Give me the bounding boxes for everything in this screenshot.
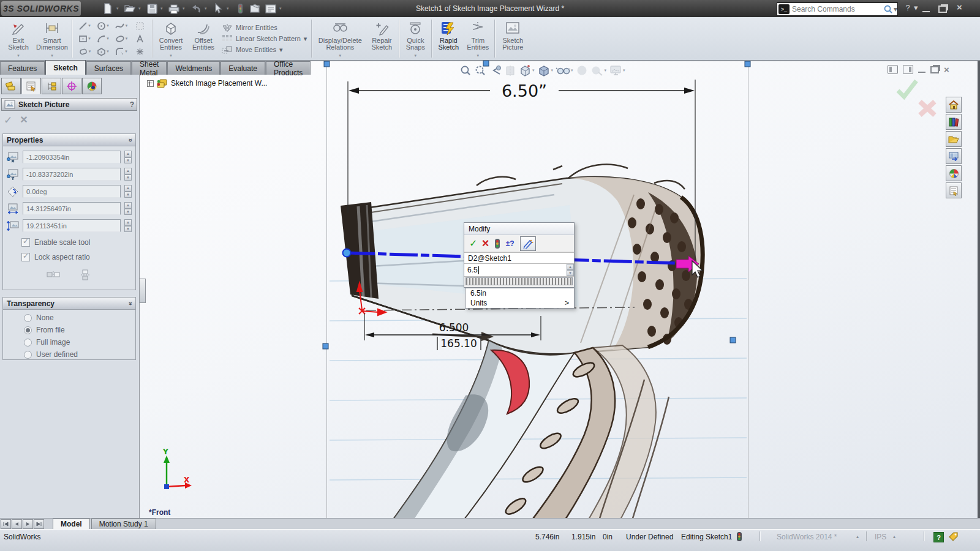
apply-scene-caret-icon[interactable] bbox=[605, 68, 607, 73]
rectangle-caret-icon[interactable] bbox=[88, 36, 91, 41]
position-x-spinner[interactable] bbox=[124, 151, 132, 163]
modify-dimension-name[interactable]: D2@Sketch1 bbox=[464, 252, 574, 264]
properties-group-header[interactable]: Properties bbox=[3, 134, 135, 146]
modify-spin-tool-button[interactable] bbox=[520, 236, 536, 251]
status-units-menu[interactable]: IPS bbox=[875, 533, 886, 541]
home-button[interactable] bbox=[946, 97, 962, 113]
view-settings-icon[interactable] bbox=[609, 64, 625, 77]
display-delete-caret-icon[interactable] bbox=[339, 52, 342, 57]
ellipse-caret-icon[interactable] bbox=[126, 36, 128, 41]
menu-item-units[interactable]: Units > bbox=[466, 298, 574, 308]
next-tab-icon[interactable] bbox=[23, 519, 33, 529]
property-manager-tab[interactable] bbox=[21, 78, 41, 94]
model-tab[interactable]: Model bbox=[53, 519, 90, 530]
sketch-region-button[interactable] bbox=[130, 20, 149, 32]
doc-minimize-icon[interactable] bbox=[918, 67, 925, 73]
file-explorer-button[interactable] bbox=[946, 131, 962, 147]
arc-tool-button[interactable] bbox=[94, 32, 112, 45]
modify-value-input[interactable]: 6.5 bbox=[464, 264, 567, 276]
status-version-menu[interactable]: SolidWorks 2014 * bbox=[777, 533, 837, 541]
search-input[interactable]: Search Commands bbox=[792, 5, 883, 13]
status-help-icon[interactable] bbox=[933, 532, 944, 542]
units-caret-icon[interactable] bbox=[893, 534, 895, 539]
show-panel-right-icon[interactable] bbox=[903, 65, 913, 74]
angle-field[interactable]: 0.0deg bbox=[23, 185, 121, 198]
modify-ok-icon[interactable] bbox=[469, 238, 477, 249]
new-caret-icon[interactable] bbox=[116, 6, 121, 11]
circle-caret-icon[interactable] bbox=[107, 23, 109, 28]
display-style-caret-icon[interactable] bbox=[551, 68, 554, 73]
rebuild-icon[interactable] bbox=[233, 2, 247, 15]
custom-properties-button[interactable] bbox=[946, 182, 962, 198]
collapse-chevron-icon[interactable] bbox=[126, 138, 134, 141]
appearances-button[interactable] bbox=[946, 165, 962, 181]
transparency-none-row[interactable]: None bbox=[24, 313, 135, 322]
version-caret-icon[interactable] bbox=[856, 534, 859, 539]
slot-tool-button[interactable] bbox=[75, 45, 94, 58]
panel-ok-icon[interactable] bbox=[4, 114, 12, 127]
view-orientation-caret-icon[interactable] bbox=[532, 68, 535, 73]
view-palette-button[interactable] bbox=[946, 148, 962, 164]
search-commands-box[interactable]: Search Commands bbox=[777, 2, 898, 16]
height-spinner[interactable] bbox=[124, 219, 132, 232]
fillet-tool-button[interactable] bbox=[112, 45, 130, 58]
point-tool-button[interactable] bbox=[130, 45, 149, 58]
move-entities-caret-icon[interactable] bbox=[279, 46, 283, 54]
rectangle-tool-button[interactable] bbox=[75, 32, 94, 45]
new-document-icon[interactable] bbox=[101, 2, 115, 15]
save-caret-icon[interactable] bbox=[160, 6, 165, 11]
options-icon[interactable] bbox=[264, 2, 277, 15]
select-caret-icon[interactable] bbox=[227, 6, 232, 11]
tab-surfaces[interactable]: Surfaces bbox=[86, 61, 131, 75]
ellipse-tool-button[interactable] bbox=[112, 32, 130, 45]
transparency-none-radio[interactable] bbox=[24, 314, 32, 322]
display-manager-tab[interactable] bbox=[82, 78, 102, 94]
modify-cancel-icon[interactable] bbox=[483, 238, 488, 249]
flip-horizontal-icon[interactable] bbox=[45, 269, 61, 281]
fillet-caret-icon[interactable] bbox=[125, 49, 127, 54]
help-caret-icon[interactable] bbox=[914, 3, 918, 12]
smart-dimension-caret-icon[interactable] bbox=[51, 52, 53, 57]
minimize-button[interactable] bbox=[922, 6, 930, 12]
width-spinner[interactable] bbox=[124, 202, 132, 215]
file-properties-icon[interactable] bbox=[249, 2, 262, 15]
text-tool-button[interactable] bbox=[130, 32, 149, 45]
transparency-from-file-radio[interactable] bbox=[24, 326, 32, 334]
panel-help-icon[interactable] bbox=[130, 100, 134, 109]
print-caret-icon[interactable] bbox=[183, 6, 187, 11]
enable-scale-tool-checkbox[interactable] bbox=[21, 238, 30, 247]
tab-sheet-metal[interactable]: Sheet Metal bbox=[132, 61, 167, 75]
trim-entities-caret-icon[interactable] bbox=[477, 52, 480, 57]
convert-entities-caret-icon[interactable] bbox=[170, 52, 172, 57]
transparency-group-header[interactable]: Transparency bbox=[3, 298, 135, 310]
view-orientation-icon[interactable] bbox=[518, 64, 535, 77]
modify-value-spinner[interactable] bbox=[567, 264, 574, 276]
repair-sketch-button[interactable]: Repair Sketch bbox=[366, 17, 397, 60]
transparency-user-defined-row[interactable]: User defined bbox=[24, 350, 135, 359]
tree-expand-icon[interactable] bbox=[147, 80, 154, 87]
configuration-manager-tab[interactable] bbox=[42, 78, 61, 94]
status-rebuild-icon[interactable] bbox=[736, 531, 742, 542]
lock-aspect-ratio-checkbox[interactable] bbox=[21, 253, 30, 261]
move-entities-button[interactable]: Move Entities bbox=[222, 45, 307, 54]
exit-sketch-button[interactable]: Exit Sketch bbox=[2, 17, 34, 60]
modify-thumbwheel[interactable] bbox=[466, 277, 573, 285]
panel-splitter-handle[interactable] bbox=[140, 279, 146, 303]
modify-rebuild-icon[interactable] bbox=[494, 238, 500, 249]
restore-button[interactable] bbox=[938, 6, 947, 13]
apply-scene-icon[interactable] bbox=[590, 64, 607, 77]
circle-tool-button[interactable] bbox=[94, 20, 112, 32]
design-library-button[interactable] bbox=[946, 114, 962, 130]
undo-caret-icon[interactable] bbox=[205, 6, 209, 11]
display-style-icon[interactable] bbox=[537, 64, 554, 77]
search-caret-icon[interactable] bbox=[894, 5, 897, 13]
section-view-icon[interactable] bbox=[505, 64, 516, 77]
exit-sketch-caret-icon[interactable] bbox=[17, 52, 20, 57]
polygon-tool-button[interactable] bbox=[94, 45, 112, 58]
prev-tab-icon[interactable] bbox=[12, 519, 22, 529]
width-field[interactable]: 14.31256497in bbox=[23, 202, 121, 215]
position-y-field[interactable]: -10.83373202in bbox=[23, 168, 121, 181]
search-icon[interactable] bbox=[883, 4, 894, 14]
select-cursor-icon[interactable] bbox=[211, 2, 225, 15]
transparency-from-file-row[interactable]: From file bbox=[24, 326, 135, 334]
